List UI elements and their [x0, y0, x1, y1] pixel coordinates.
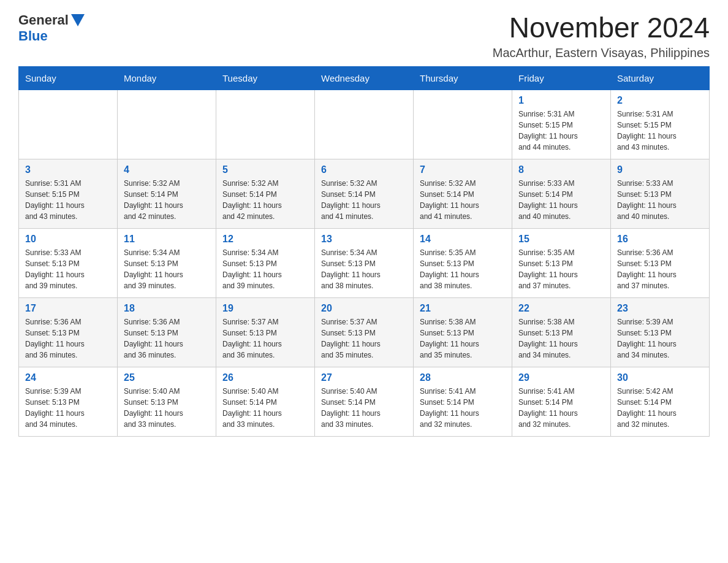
calendar-cell: 8Sunrise: 5:33 AM Sunset: 5:14 PM Daylig… — [512, 159, 611, 228]
calendar-cell: 6Sunrise: 5:32 AM Sunset: 5:14 PM Daylig… — [315, 159, 414, 228]
day-number: 24 — [25, 372, 111, 383]
calendar-table: SundayMondayTuesdayWednesdayThursdayFrid… — [18, 66, 710, 437]
day-number: 2 — [617, 95, 703, 106]
day-number: 4 — [124, 164, 210, 175]
calendar-cell: 24Sunrise: 5:39 AM Sunset: 5:13 PM Dayli… — [19, 367, 118, 436]
day-info: Sunrise: 5:40 AM Sunset: 5:14 PM Dayligh… — [321, 386, 407, 430]
day-number: 15 — [518, 234, 604, 245]
calendar-cell: 18Sunrise: 5:36 AM Sunset: 5:13 PM Dayli… — [118, 297, 216, 367]
day-number: 11 — [124, 234, 210, 245]
weekday-header-wednesday: Wednesday — [315, 66, 414, 90]
day-info: Sunrise: 5:40 AM Sunset: 5:14 PM Dayligh… — [222, 386, 308, 430]
calendar-cell: 1Sunrise: 5:31 AM Sunset: 5:15 PM Daylig… — [512, 90, 611, 159]
svg-marker-0 — [71, 14, 85, 26]
calendar-cell: 16Sunrise: 5:36 AM Sunset: 5:13 PM Dayli… — [611, 228, 710, 297]
logo-blue-text: Blue — [18, 28, 48, 44]
calendar-cell: 23Sunrise: 5:39 AM Sunset: 5:13 PM Dayli… — [611, 297, 710, 367]
month-title: November 2024 — [493, 12, 710, 44]
day-info: Sunrise: 5:32 AM Sunset: 5:14 PM Dayligh… — [420, 178, 506, 222]
week-row-1: 1Sunrise: 5:31 AM Sunset: 5:15 PM Daylig… — [19, 90, 710, 159]
day-info: Sunrise: 5:36 AM Sunset: 5:13 PM Dayligh… — [25, 316, 111, 361]
calendar-cell: 27Sunrise: 5:40 AM Sunset: 5:14 PM Dayli… — [315, 367, 414, 436]
day-info: Sunrise: 5:37 AM Sunset: 5:13 PM Dayligh… — [321, 316, 407, 361]
calendar-cell: 13Sunrise: 5:34 AM Sunset: 5:13 PM Dayli… — [315, 228, 414, 297]
day-number: 18 — [124, 303, 210, 314]
day-number: 1 — [518, 95, 604, 106]
location-title: MacArthur, Eastern Visayas, Philippines — [493, 46, 710, 60]
logo: General Blue — [18, 12, 85, 44]
calendar-cell: 4Sunrise: 5:32 AM Sunset: 5:14 PM Daylig… — [118, 159, 216, 228]
calendar-cell: 25Sunrise: 5:40 AM Sunset: 5:13 PM Dayli… — [118, 367, 216, 436]
day-number: 17 — [25, 303, 111, 314]
week-row-5: 24Sunrise: 5:39 AM Sunset: 5:13 PM Dayli… — [19, 367, 710, 436]
day-info: Sunrise: 5:36 AM Sunset: 5:13 PM Dayligh… — [124, 316, 210, 361]
day-number: 28 — [420, 372, 506, 383]
calendar-cell: 9Sunrise: 5:33 AM Sunset: 5:13 PM Daylig… — [611, 159, 710, 228]
day-number: 3 — [25, 164, 111, 175]
page-header: General Blue November 2024 MacArthur, Ea… — [18, 12, 710, 60]
day-info: Sunrise: 5:35 AM Sunset: 5:13 PM Dayligh… — [420, 247, 506, 291]
day-number: 16 — [617, 234, 703, 245]
day-number: 5 — [222, 164, 308, 175]
weekday-header-saturday: Saturday — [611, 66, 710, 90]
calendar-cell — [414, 90, 512, 159]
day-info: Sunrise: 5:32 AM Sunset: 5:14 PM Dayligh… — [321, 178, 407, 222]
calendar-cell: 17Sunrise: 5:36 AM Sunset: 5:13 PM Dayli… — [19, 297, 118, 367]
day-info: Sunrise: 5:33 AM Sunset: 5:13 PM Dayligh… — [25, 247, 111, 291]
day-info: Sunrise: 5:42 AM Sunset: 5:14 PM Dayligh… — [617, 386, 703, 430]
day-info: Sunrise: 5:31 AM Sunset: 5:15 PM Dayligh… — [617, 109, 703, 153]
week-row-4: 17Sunrise: 5:36 AM Sunset: 5:13 PM Dayli… — [19, 297, 710, 367]
day-number: 6 — [321, 164, 407, 175]
day-info: Sunrise: 5:32 AM Sunset: 5:14 PM Dayligh… — [222, 178, 308, 222]
day-number: 12 — [222, 234, 308, 245]
calendar-cell — [216, 90, 315, 159]
weekday-header-row: SundayMondayTuesdayWednesdayThursdayFrid… — [19, 66, 710, 90]
calendar-cell — [118, 90, 216, 159]
calendar-cell — [19, 90, 118, 159]
day-info: Sunrise: 5:31 AM Sunset: 5:15 PM Dayligh… — [518, 109, 604, 153]
calendar-cell: 29Sunrise: 5:41 AM Sunset: 5:14 PM Dayli… — [512, 367, 611, 436]
day-info: Sunrise: 5:40 AM Sunset: 5:13 PM Dayligh… — [124, 386, 210, 430]
day-info: Sunrise: 5:37 AM Sunset: 5:13 PM Dayligh… — [222, 316, 308, 361]
day-info: Sunrise: 5:36 AM Sunset: 5:13 PM Dayligh… — [617, 247, 703, 291]
calendar-cell: 2Sunrise: 5:31 AM Sunset: 5:15 PM Daylig… — [611, 90, 710, 159]
day-info: Sunrise: 5:39 AM Sunset: 5:13 PM Dayligh… — [25, 386, 111, 430]
day-info: Sunrise: 5:38 AM Sunset: 5:13 PM Dayligh… — [420, 316, 506, 361]
calendar-cell: 19Sunrise: 5:37 AM Sunset: 5:13 PM Dayli… — [216, 297, 315, 367]
calendar-cell: 11Sunrise: 5:34 AM Sunset: 5:13 PM Dayli… — [118, 228, 216, 297]
calendar-cell: 26Sunrise: 5:40 AM Sunset: 5:14 PM Dayli… — [216, 367, 315, 436]
calendar-cell: 10Sunrise: 5:33 AM Sunset: 5:13 PM Dayli… — [19, 228, 118, 297]
weekday-header-monday: Monday — [118, 66, 216, 90]
weekday-header-sunday: Sunday — [19, 66, 118, 90]
weekday-header-tuesday: Tuesday — [216, 66, 315, 90]
weekday-header-thursday: Thursday — [414, 66, 512, 90]
day-info: Sunrise: 5:35 AM Sunset: 5:13 PM Dayligh… — [518, 247, 604, 291]
day-info: Sunrise: 5:41 AM Sunset: 5:14 PM Dayligh… — [420, 386, 506, 430]
day-info: Sunrise: 5:39 AM Sunset: 5:13 PM Dayligh… — [617, 316, 703, 361]
day-info: Sunrise: 5:41 AM Sunset: 5:14 PM Dayligh… — [518, 386, 604, 430]
day-number: 22 — [518, 303, 604, 314]
weekday-header-friday: Friday — [512, 66, 611, 90]
calendar-cell: 20Sunrise: 5:37 AM Sunset: 5:13 PM Dayli… — [315, 297, 414, 367]
day-number: 21 — [420, 303, 506, 314]
day-number: 10 — [25, 234, 111, 245]
day-number: 8 — [518, 164, 604, 175]
calendar-cell: 22Sunrise: 5:38 AM Sunset: 5:13 PM Dayli… — [512, 297, 611, 367]
calendar-cell: 21Sunrise: 5:38 AM Sunset: 5:13 PM Dayli… — [414, 297, 512, 367]
week-row-2: 3Sunrise: 5:31 AM Sunset: 5:15 PM Daylig… — [19, 159, 710, 228]
day-number: 29 — [518, 372, 604, 383]
day-info: Sunrise: 5:34 AM Sunset: 5:13 PM Dayligh… — [124, 247, 210, 291]
day-number: 19 — [222, 303, 308, 314]
calendar-cell: 15Sunrise: 5:35 AM Sunset: 5:13 PM Dayli… — [512, 228, 611, 297]
day-info: Sunrise: 5:34 AM Sunset: 5:13 PM Dayligh… — [222, 247, 308, 291]
calendar-cell: 12Sunrise: 5:34 AM Sunset: 5:13 PM Dayli… — [216, 228, 315, 297]
day-info: Sunrise: 5:33 AM Sunset: 5:14 PM Dayligh… — [518, 178, 604, 222]
day-number: 23 — [617, 303, 703, 314]
day-info: Sunrise: 5:32 AM Sunset: 5:14 PM Dayligh… — [124, 178, 210, 222]
calendar-cell — [315, 90, 414, 159]
logo-general-text: General — [18, 12, 69, 28]
day-info: Sunrise: 5:34 AM Sunset: 5:13 PM Dayligh… — [321, 247, 407, 291]
day-info: Sunrise: 5:38 AM Sunset: 5:13 PM Dayligh… — [518, 316, 604, 361]
day-number: 13 — [321, 234, 407, 245]
day-number: 9 — [617, 164, 703, 175]
